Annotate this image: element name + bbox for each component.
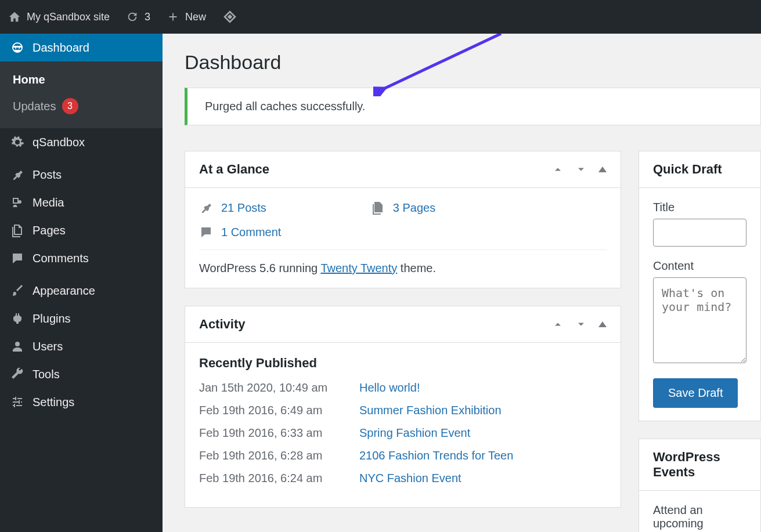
admin-bar: My qSandbox site 3 New xyxy=(0,0,761,34)
chevron-down-icon[interactable] xyxy=(575,164,587,175)
page-title: Dashboard xyxy=(185,51,761,74)
comment-icon xyxy=(10,251,24,265)
pages-icon xyxy=(10,223,24,237)
sidebar-label: Posts xyxy=(33,168,62,182)
sidebar-item-qsandbox[interactable]: qSandbox xyxy=(0,128,163,156)
activity-row: Feb 19th 2016, 6:24 amNYC Fashion Event xyxy=(199,472,607,485)
pin-icon xyxy=(199,201,213,215)
user-icon xyxy=(10,339,24,353)
glance-comments-link[interactable]: 1 Comment xyxy=(221,226,281,239)
glance-meta: WordPress 5.6 running Twenty Twenty them… xyxy=(199,249,607,275)
sidebar-item-plugins[interactable]: Plugins xyxy=(0,305,163,332)
new-label: New xyxy=(185,11,206,23)
draft-content-textarea[interactable] xyxy=(653,277,746,363)
sidebar-item-media[interactable]: Media xyxy=(0,189,163,216)
gear-icon xyxy=(10,135,24,149)
panel-at-a-glance: At a Glance 21 Posts xyxy=(185,151,621,288)
chevron-up-icon[interactable] xyxy=(552,319,564,330)
sidebar-label: qSandbox xyxy=(33,136,85,149)
sidebar-sub-home[interactable]: Home xyxy=(0,67,163,92)
plus-icon xyxy=(167,10,179,23)
activity-post-link[interactable]: Hello world! xyxy=(359,381,420,395)
refresh-link[interactable]: 3 xyxy=(126,10,150,23)
sidebar-item-comments[interactable]: Comments xyxy=(0,244,163,272)
title-label: Title xyxy=(653,201,746,214)
events-body: Attend an upcoming xyxy=(653,504,704,530)
activity-post-link[interactable]: Summer Fashion Exhibition xyxy=(359,404,502,417)
plug-icon xyxy=(10,312,24,325)
sidebar-item-users[interactable]: Users xyxy=(0,332,163,360)
notice-text: Purged all caches successfully. xyxy=(205,100,365,113)
theme-link[interactable]: Twenty Twenty xyxy=(320,262,397,274)
sidebar-item-dashboard[interactable]: Dashboard xyxy=(0,34,163,61)
content-label: Content xyxy=(653,259,746,273)
sidebar-item-appearance[interactable]: Appearance xyxy=(0,277,163,305)
sidebar-sub-updates[interactable]: Updates 3 xyxy=(0,92,163,120)
panel-quick-draft: Quick Draft Title Content Save Draft xyxy=(639,151,761,421)
activity-date: Feb 19th 2016, 6:28 am xyxy=(199,449,344,462)
panel-title: WordPress Events xyxy=(653,450,746,480)
sidebar-label: Comments xyxy=(33,252,89,265)
activity-post-link[interactable]: NYC Fashion Event xyxy=(359,472,461,485)
sidebar-label: Appearance xyxy=(33,284,95,298)
glance-posts-link[interactable]: 21 Posts xyxy=(221,201,266,215)
cache-menu[interactable] xyxy=(222,9,237,24)
glance-pages-link[interactable]: 3 Pages xyxy=(393,201,435,215)
new-link[interactable]: New xyxy=(167,10,206,23)
sidebar-label: Settings xyxy=(33,396,74,409)
comment-icon xyxy=(199,225,213,239)
pin-icon xyxy=(10,168,24,182)
media-icon xyxy=(10,196,24,209)
glance-comments[interactable]: 1 Comment xyxy=(199,225,281,239)
activity-row: Feb 19th 2016, 6:33 amSpring Fashion Eve… xyxy=(199,426,607,440)
home-icon xyxy=(8,10,21,23)
activity-date: Feb 19th 2016, 6:49 am xyxy=(199,404,344,417)
activity-row: Jan 15th 2020, 10:49 amHello world! xyxy=(199,381,607,395)
sidebar-submenu-dashboard: Home Updates 3 xyxy=(0,61,163,128)
chevron-up-icon[interactable] xyxy=(552,164,564,175)
activity-post-link[interactable]: Spring Fashion Event xyxy=(359,426,470,440)
save-draft-button[interactable]: Save Draft xyxy=(653,378,738,408)
sidebar-item-posts[interactable]: Posts xyxy=(0,161,163,189)
toggle-panel-icon[interactable] xyxy=(598,167,607,172)
site-name: My qSandbox site xyxy=(27,11,110,23)
main-content: Dashboard Purged all caches successfully… xyxy=(163,34,761,532)
sidebar-label: Pages xyxy=(33,224,66,237)
activity-subheading: Recently Published xyxy=(199,356,607,371)
activity-date: Jan 15th 2020, 10:49 am xyxy=(199,381,344,395)
pages-icon xyxy=(371,201,385,215)
sidebar-label: Dashboard xyxy=(33,41,89,55)
sidebar-item-pages[interactable]: Pages xyxy=(0,216,163,244)
panel-activity: Activity Recently Published Jan 15th 202… xyxy=(185,306,621,508)
sidebar-item-settings[interactable]: Settings xyxy=(0,388,163,416)
panel-title: Quick Draft xyxy=(653,162,722,177)
brush-icon xyxy=(10,284,24,298)
admin-sidebar: Dashboard Home Updates 3 qSandbox Posts … xyxy=(0,34,163,532)
refresh-icon xyxy=(126,10,139,23)
activity-date: Feb 19th 2016, 6:33 am xyxy=(199,426,344,440)
panel-title: At a Glance xyxy=(199,162,269,177)
sidebar-label: Users xyxy=(33,340,63,353)
refresh-count: 3 xyxy=(145,11,150,23)
activity-post-link[interactable]: 2106 Fashion Trends for Teen xyxy=(359,449,513,462)
activity-date: Feb 19th 2016, 6:24 am xyxy=(199,472,344,485)
toggle-panel-icon[interactable] xyxy=(598,321,607,327)
site-link[interactable]: My qSandbox site xyxy=(8,10,110,23)
sliders-icon xyxy=(10,395,24,409)
sidebar-label: Plugins xyxy=(33,312,71,325)
panel-events: WordPress Events Attend an upcoming xyxy=(639,439,761,532)
activity-list: Jan 15th 2020, 10:49 amHello world!Feb 1… xyxy=(199,381,607,485)
activity-row: Feb 19th 2016, 6:28 am2106 Fashion Trend… xyxy=(199,449,607,462)
draft-title-input[interactable] xyxy=(653,219,746,247)
success-notice: Purged all caches successfully. xyxy=(185,88,761,125)
wrench-icon xyxy=(10,367,24,381)
glance-pages[interactable]: 3 Pages xyxy=(371,201,435,215)
sidebar-item-tools[interactable]: Tools xyxy=(0,360,163,388)
glance-posts[interactable]: 21 Posts xyxy=(199,201,266,215)
activity-row: Feb 19th 2016, 6:49 amSummer Fashion Exh… xyxy=(199,404,607,417)
chevron-down-icon[interactable] xyxy=(575,319,587,330)
diamond-icon xyxy=(222,9,237,24)
panel-title: Activity xyxy=(199,317,245,332)
dashboard-icon xyxy=(10,41,24,55)
updates-badge: 3 xyxy=(62,98,78,114)
